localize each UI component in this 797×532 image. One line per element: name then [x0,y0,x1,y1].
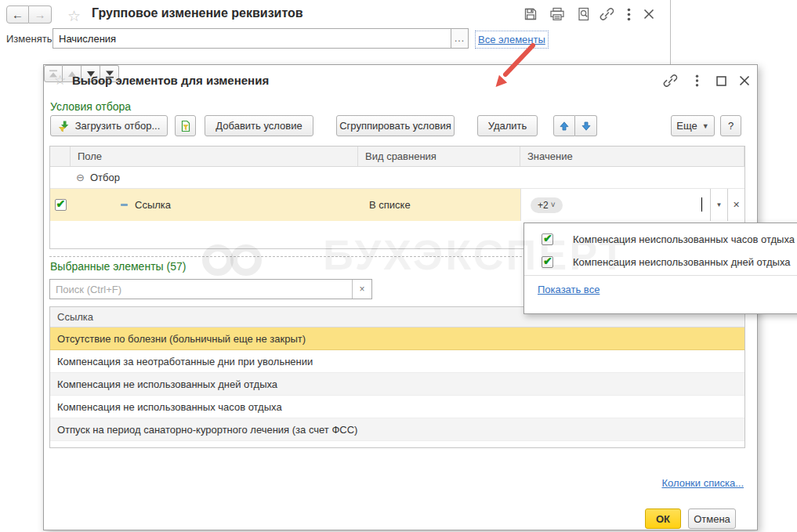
value-clear-button[interactable]: ✕ [727,189,744,221]
list-columns-link[interactable]: Колонки списка... [661,477,744,489]
dropdown-item-label: Компенсация неиспользованных часов отдых… [573,233,795,245]
dropdown-item[interactable]: Компенсация неиспользованных часов отдых… [524,229,797,250]
field-item-icon [121,204,128,206]
search-input[interactable] [50,280,352,299]
favorite-star-icon[interactable]: ☆ [67,7,81,25]
window-edge-divider [670,0,671,64]
condition-field: Ссылка [135,199,171,211]
badge-label: +2 [538,200,549,211]
column-value: Значение [520,147,744,166]
dropdown-item[interactable]: Компенсация неиспользованных дней отдыха [524,252,797,273]
save-filter-icon [179,120,192,132]
load-filter-icon [58,120,71,132]
list-item[interactable]: Компенсация не использованных дней отдых… [50,373,744,396]
change-field-label: Изменять: [6,33,55,45]
change-field-input[interactable] [53,29,451,48]
filter-group-row[interactable]: ⊖ Отбор [50,167,744,189]
help-button[interactable]: ? [720,115,741,136]
move-down-button[interactable] [575,115,597,136]
forward-button[interactable]: → [29,5,52,24]
selected-elements-list: Ссылка Отсутствие по болезни (больничный… [49,306,745,448]
preview-search-icon[interactable] [575,6,592,22]
group-conditions-button[interactable]: Сгруппировать условия [336,115,455,136]
dialog-close-icon[interactable] [737,73,752,89]
list-item[interactable]: Компенсация не использованных часов отды… [50,396,744,418]
dropdown-arrow-icon: ▼ [716,201,723,208]
arrow-down-icon [581,121,591,131]
dropdown-item-label: Компенсация неиспользованных дней отдыха [573,256,791,268]
condition-value-editor[interactable]: +2 ˅ ▼ ✕ [520,189,744,221]
add-condition-button[interactable]: Добавить условие [205,115,313,136]
save-filter-button[interactable] [175,115,196,136]
dialog-link-icon[interactable] [661,74,679,88]
more-menu-icon[interactable] [622,6,635,22]
delete-button[interactable]: Удалить [477,115,538,136]
list-item[interactable]: Отсутствие по болезни (больничный еще не… [50,328,744,350]
cancel-button[interactable]: Отмена [688,508,736,529]
dialog-favorite-star-icon[interactable]: ☆ [54,72,66,89]
clear-x-icon: ✕ [733,200,740,210]
arrow-up-icon [560,121,569,131]
ok-label: ОК [656,513,670,525]
maximize-icon[interactable] [713,74,729,88]
history-nav: ← → [6,5,52,24]
back-button[interactable]: ← [6,5,29,24]
text-caret [701,197,702,212]
conditions-table-header: Поле Вид сравнения Значение [50,147,744,167]
all-elements-link[interactable]: Все элементы [478,34,545,45]
column-field: Поле [71,147,358,166]
print-icon[interactable] [549,6,566,22]
conditions-section-title: Условия отбора [50,100,131,113]
value-dropdown-popup: Компенсация неиспользованных часов отдых… [523,223,797,314]
list-item-clipped[interactable] [50,441,744,447]
load-filter-label: Загрузить отбор... [75,120,161,132]
dropdown-separator [524,275,797,276]
filter-group-label: Отбор [90,172,120,183]
collapse-icon[interactable]: ⊖ [76,172,85,183]
screen: { "main_window": { "nav": { "back": "←",… [0,0,797,532]
value-dropdown-button[interactable]: ▼ [710,189,727,221]
dropdown-item-checkbox[interactable] [542,233,553,245]
chevron-down-icon: ▼ [702,122,709,130]
dialog-title: Выбор элементов для изменения [72,74,269,87]
choose-button[interactable]: ... [451,29,468,48]
selected-section-title: Выбранные элементы (57) [50,260,186,273]
cancel-label: Отмена [694,513,730,525]
badge-chevron-icon: ˅ [551,201,556,209]
condition-checkbox[interactable] [55,199,67,211]
condition-comparison: В списке [369,199,411,211]
list-item[interactable]: Отпуск на период санаторно-курортного ле… [50,418,744,441]
more-actions-label: Еще [676,120,697,132]
save-icon[interactable] [522,6,539,22]
search-box: × [49,279,372,299]
dialog-more-icon[interactable] [691,74,702,88]
close-window-icon[interactable] [641,6,657,22]
add-condition-label: Добавить условие [216,120,302,132]
show-all-link[interactable]: Показать все [538,284,600,295]
more-actions-button[interactable]: Еще ▼ [671,115,715,136]
column-comparison: Вид сравнения [358,147,520,166]
get-link-icon[interactable] [597,6,616,22]
change-field: ... [53,28,469,49]
dropdown-item-checkbox[interactable] [542,256,553,268]
search-clear-button[interactable]: × [352,280,371,299]
help-label: ? [728,120,734,132]
value-count-badge[interactable]: +2 ˅ [531,197,563,213]
list-item[interactable]: Компенсация за неотработанные дни при ув… [50,350,744,373]
group-conditions-label: Сгруппировать условия [339,120,451,132]
condition-row[interactable]: Ссылка В списке +2 ˅ ▼ ✕ [50,189,744,221]
ok-button[interactable]: ОК [645,508,681,529]
delete-label: Удалить [488,120,527,132]
move-up-button[interactable] [553,115,575,136]
page-title: Групповое изменение реквизитов [92,6,303,20]
load-filter-button[interactable]: Загрузить отбор... [50,115,168,136]
